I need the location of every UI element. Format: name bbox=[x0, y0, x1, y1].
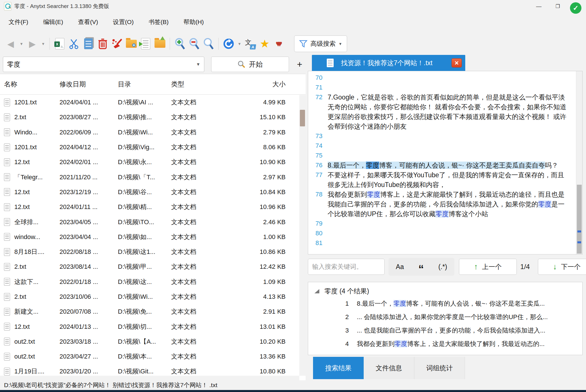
table-row[interactable]: out2.txt2023/03/18 ...D:\视频\【A...文本文档10.… bbox=[0, 334, 299, 349]
menu-item-5[interactable]: 帮助(H) bbox=[176, 16, 211, 28]
search-row: ▼ 开始 + bbox=[3, 57, 306, 72]
file-dir: D:\视频\这... bbox=[118, 278, 171, 286]
document-tab[interactable]: 找资源！我推荐这7个网站！.txt ✕ bbox=[312, 55, 465, 71]
translate-button[interactable]: 文A bbox=[243, 35, 258, 52]
table-row[interactable]: 12.txt2024/01/13 ...D:\视频\切...文本文档13.01 … bbox=[0, 319, 299, 334]
back-button[interactable]: ◀ bbox=[3, 35, 18, 52]
text-file-icon bbox=[4, 173, 10, 181]
back-icon: ◀ bbox=[7, 39, 14, 49]
table-row[interactable]: out2.txt2023/04/27 ...D:\视频\本...文本文档13.3… bbox=[0, 349, 299, 364]
table-row[interactable]: 1201.txt2024/04/12 ...D:\视频\Vig...文本文档8.… bbox=[0, 140, 299, 155]
table-row[interactable]: Windo...2022/06/09 ...D:\视频\Wi...文本文档2.7… bbox=[0, 125, 299, 140]
table-row[interactable]: 12.txt2023/12/19 ...D:\视频\谷...文本文档10.84 … bbox=[0, 185, 299, 200]
column-header-name[interactable]: 名称 bbox=[4, 80, 60, 89]
file-name: 全球排... bbox=[14, 218, 60, 226]
menu-item-3[interactable]: 设置(O) bbox=[106, 16, 141, 28]
zoom-in-button[interactable] bbox=[173, 35, 187, 52]
bottom-tab-2[interactable]: 词组统计 bbox=[414, 357, 465, 379]
match-marker bbox=[577, 241, 581, 243]
table-row[interactable]: 12.txt2024/02/01 ...D:\视频\永...文本文档10.90 … bbox=[0, 155, 299, 170]
advanced-search-button[interactable]: 高级搜索 ▼ bbox=[294, 35, 347, 52]
preview-scrollbar[interactable] bbox=[576, 71, 582, 254]
zoom-out-button[interactable] bbox=[187, 35, 201, 52]
menu-item-2[interactable]: 查看(V) bbox=[71, 16, 106, 28]
search-input[interactable] bbox=[3, 57, 204, 72]
table-row[interactable]: 2.txt2023/08/27 ...D:\视频\推...文本文档15.10 K… bbox=[0, 110, 299, 125]
column-header-date[interactable]: 修改日期 bbox=[60, 80, 118, 89]
table-row[interactable]: 2.txt2023/08/14 ...D:\视频\甲...文本文档12.42 K… bbox=[0, 259, 299, 274]
file-size: 12.42 KB bbox=[225, 263, 299, 270]
forward-button[interactable]: ▶ bbox=[25, 35, 39, 52]
table-body: 1201.txt2024/04/01 ...D:\视频\AI ...文本文档4.… bbox=[0, 95, 299, 376]
back-history-dropdown[interactable]: ▼ bbox=[18, 35, 25, 52]
zoom-reset-button[interactable] bbox=[201, 35, 216, 52]
table-row[interactable]: 8月18日....2022/08/18 ...D:\视频\这1...文本文档10… bbox=[0, 244, 299, 259]
result-row[interactable]: 3... 也是我能自己掌握的平台，更多的功能，今后我会陆续添加进入... bbox=[308, 324, 582, 337]
tab-close-button[interactable]: ✕ bbox=[452, 58, 462, 67]
preview-line: 727.Google，它就是谷歌，谷歌的首页看似如此的简单，但是就是这么一个看似… bbox=[309, 92, 575, 131]
table-row[interactable]: 1201.txt2024/04/01 ...D:\视频\AI ...文本文档4.… bbox=[0, 95, 299, 110]
forward-history-dropdown[interactable]: ▼ bbox=[39, 35, 47, 52]
export-excel-button[interactable]: Xa, bbox=[53, 35, 67, 52]
file-list-scrollbar[interactable] bbox=[299, 95, 306, 376]
result-row[interactable]: 4我都会更新到零度博客上，这是大家能最快了解到，我最近动态的... bbox=[308, 337, 582, 351]
export-file-button[interactable] bbox=[138, 35, 153, 52]
column-header-size[interactable]: 大小 bbox=[225, 80, 306, 89]
new-tab-button[interactable]: + bbox=[294, 57, 306, 72]
menu-item-1[interactable]: 编辑(E) bbox=[36, 16, 71, 28]
file-size: 13.01 KB bbox=[225, 323, 299, 331]
table-row[interactable]: 1月19日....2023/01/20 ...D:\视频\Git...文本文档1… bbox=[0, 364, 299, 376]
document-icon bbox=[327, 59, 334, 67]
minimize-button[interactable]: — bbox=[529, 0, 548, 13]
result-number: 4 bbox=[308, 340, 357, 348]
next-match-button[interactable]: ↓ 下一个 bbox=[538, 259, 586, 275]
file-list-hscroll[interactable] bbox=[0, 376, 299, 380]
copy-button[interactable] bbox=[81, 35, 96, 52]
start-search-button[interactable]: 开始 bbox=[211, 57, 289, 72]
delete-button[interactable] bbox=[96, 35, 110, 52]
regex-button[interactable]: (.*) bbox=[438, 263, 447, 271]
preview-panel[interactable]: 7071727.Google，它就是谷歌，谷歌的首页看似如此的简单，但是就是这么… bbox=[308, 71, 583, 254]
text-file-icon bbox=[4, 338, 10, 345]
table-row[interactable]: 2.txt2023/10/06 ...D:\视频\Wi...文本文档4.13 K… bbox=[0, 289, 299, 304]
file-name: 1月19日.... bbox=[14, 367, 60, 376]
table-row[interactable]: 新建文...2020/07/08 ...D:\视频\免...文本文档2.91 K… bbox=[0, 304, 299, 319]
collapse-triangle-icon[interactable] bbox=[314, 289, 319, 293]
bottom-tab-1[interactable]: 文件信息 bbox=[364, 357, 414, 379]
column-header-type[interactable]: 类型 bbox=[171, 80, 225, 89]
clear-button[interactable] bbox=[110, 35, 124, 52]
table-row[interactable]: 12.txt2024/01/11 ...D:\视频\精...文本文档10.96 … bbox=[0, 200, 299, 214]
cut-button[interactable] bbox=[67, 35, 81, 52]
bottom-tab-0[interactable]: 搜索结果 bbox=[313, 357, 364, 379]
scrollbar-thumb[interactable] bbox=[300, 110, 305, 126]
menu-item-0[interactable]: 文件(F) bbox=[1, 16, 36, 28]
table-row[interactable]: window...2023/04/04 ...D:\视频\如...文本文档1.0… bbox=[0, 230, 299, 244]
whole-word-button[interactable]: “ bbox=[418, 263, 424, 270]
table-row[interactable]: 「Telegr...2021/11/20 ...D:\视频\「T...文本文档2… bbox=[0, 170, 299, 184]
find-keyword-input[interactable] bbox=[308, 259, 385, 275]
refresh-dropdown[interactable]: ▼ bbox=[236, 35, 243, 52]
menu-item-4[interactable]: 书签(B) bbox=[141, 16, 176, 28]
file-dir: D:\视频\「T... bbox=[118, 173, 171, 182]
table-row[interactable]: 全球排...2023/04/05 ...D:\视频\TO...文本文档2.46 … bbox=[0, 214, 299, 229]
result-row[interactable]: 2... 会陆续添加进入，如果你觉的零度是一个比较靠谱的UP住，那么... bbox=[308, 310, 582, 324]
app-window: 零度 - Anytxt Searcher 1.3.1380 免费版 — ❐ × … bbox=[0, 0, 586, 392]
previous-match-button[interactable]: ↑ 上一个 bbox=[459, 259, 517, 275]
maximize-button[interactable]: ❐ bbox=[548, 0, 567, 13]
file-date: 2024/01/13 ... bbox=[60, 323, 118, 331]
zoom-out-icon bbox=[188, 37, 200, 50]
results-header[interactable]: 零度 (4 个结果) bbox=[308, 282, 582, 297]
refresh-button[interactable] bbox=[221, 35, 236, 52]
broom-icon bbox=[111, 38, 123, 49]
open-folder-button[interactable] bbox=[124, 35, 138, 52]
table-row[interactable]: 这款下...2022/01/18 ...D:\视频\这...文本文档1.09 K… bbox=[0, 274, 299, 289]
match-case-button[interactable]: Aa bbox=[396, 263, 404, 271]
file-type: 文本文档 bbox=[171, 98, 225, 107]
column-header-dir[interactable]: 目录 bbox=[118, 80, 171, 89]
translate-icon: 文A bbox=[245, 38, 256, 49]
text-file-icon bbox=[4, 99, 10, 106]
result-row[interactable]: 18.最后一个，零度博客，可能有的人会说，银~· 你这不是老王卖瓜... bbox=[308, 297, 582, 310]
favorite-button[interactable]: ★ bbox=[258, 35, 272, 52]
import-folder-button[interactable] bbox=[153, 35, 167, 52]
donate-button[interactable]: ♥♥ bbox=[272, 35, 286, 52]
